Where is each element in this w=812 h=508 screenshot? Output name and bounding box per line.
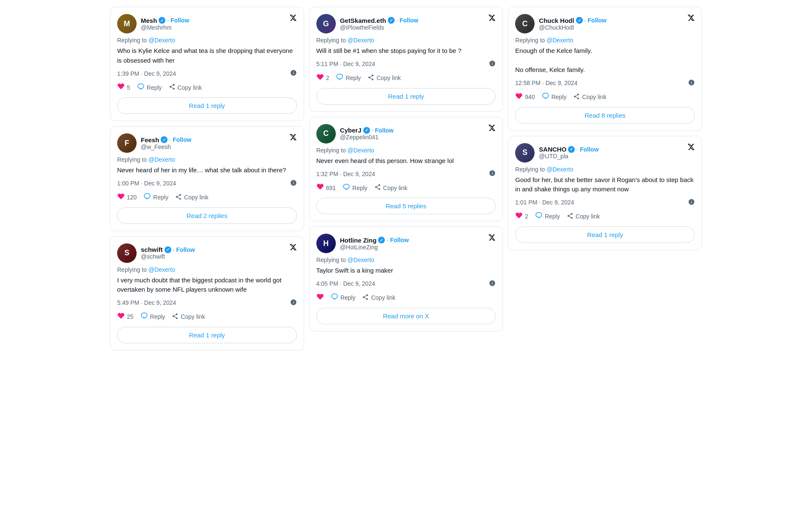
tweets-grid: MMesh✓·Follow@MeshrhmReplying to @Dexert…	[110, 7, 702, 351]
reply-button[interactable]: Reply	[535, 212, 560, 221]
info-icon[interactable]	[688, 79, 695, 87]
avatar[interactable]: C	[515, 14, 535, 33]
replying-to-handle[interactable]: @Dexerto	[348, 147, 374, 154]
reply-button[interactable]: Reply	[140, 312, 165, 321]
replying-to-handle[interactable]: @Dexerto	[546, 37, 573, 44]
avatar[interactable]: F	[117, 133, 137, 153]
x-icon[interactable]	[488, 14, 496, 24]
avatar[interactable]: G	[316, 14, 336, 33]
follow-button[interactable]: Follow	[173, 136, 191, 143]
read-replies-button[interactable]: Read 2 replies	[117, 207, 297, 224]
x-icon[interactable]	[289, 14, 297, 24]
x-icon[interactable]	[289, 243, 297, 253]
read-more-button[interactable]: Read more on X	[316, 308, 496, 324]
reply-button[interactable]: Reply	[336, 73, 361, 83]
info-icon[interactable]	[290, 69, 297, 77]
reply-button[interactable]: Reply	[542, 92, 567, 102]
tweet-header-left: GGetSkamed.eth✓·Follow@iPlowtheFields	[316, 14, 418, 33]
username[interactable]: Hotline Zing	[340, 237, 377, 244]
reply-button[interactable]: Reply	[331, 293, 356, 302]
username[interactable]: SANCHO	[539, 146, 566, 153]
avatar[interactable]: S	[515, 143, 535, 163]
replying-to: Replying to @Dexerto	[316, 257, 496, 263]
avatar[interactable]: H	[316, 234, 336, 253]
username[interactable]: Mesh	[141, 17, 157, 24]
username[interactable]: GetSkamed.eth	[340, 17, 386, 24]
like-button[interactable]: 5	[117, 83, 130, 92]
follow-button[interactable]: Follow	[170, 17, 189, 24]
tweet-actions: 2ReplyCopy link	[316, 73, 496, 83]
replying-to-handle[interactable]: @Dexerto	[546, 166, 573, 173]
follow-button[interactable]: Follow	[375, 127, 393, 134]
read-replies-button[interactable]: Read 1 reply	[515, 226, 695, 243]
copy-link-button[interactable]: Copy link	[368, 74, 401, 82]
info-icon[interactable]	[489, 170, 496, 178]
info-icon[interactable]	[290, 299, 297, 307]
avatar-letter: S	[117, 243, 137, 263]
tweet-actions: 25ReplyCopy link	[117, 312, 297, 322]
info-icon[interactable]	[290, 179, 297, 188]
follow-button[interactable]: Follow	[580, 146, 598, 153]
copy-link-button[interactable]: Copy link	[374, 184, 408, 192]
reply-button[interactable]: Reply	[343, 183, 368, 193]
avatar[interactable]: M	[117, 14, 137, 33]
reply-button[interactable]: Reply	[143, 193, 168, 202]
replying-to-handle[interactable]: @Dexerto	[148, 156, 175, 163]
read-replies-button[interactable]: Read 1 reply	[117, 97, 297, 114]
like-button[interactable]: 2	[316, 73, 329, 83]
avatar-letter: G	[316, 14, 336, 33]
tweet-text: Who is Kylie Kelce and what tea is she d…	[117, 46, 297, 65]
reply-button[interactable]: Reply	[137, 83, 162, 92]
follow-button[interactable]: Follow	[176, 246, 195, 253]
replying-to-handle[interactable]: @Dexerto	[148, 37, 175, 44]
like-button[interactable]: 120	[117, 193, 137, 202]
info-icon[interactable]	[489, 60, 496, 68]
x-icon[interactable]	[488, 124, 496, 134]
user-name-row: Chuck Hodl✓·Follow	[539, 17, 606, 24]
user-info: schwift✓·Follow@schwift	[141, 246, 195, 260]
copy-link-button[interactable]: Copy link	[573, 93, 606, 101]
copy-link-button[interactable]: Copy link	[175, 193, 208, 202]
copy-link-button[interactable]: Copy link	[169, 83, 202, 91]
tweet-card-tweet-cyberj: CCyberJ✓·Follow@Zeppelin041Replying to @…	[309, 117, 503, 222]
heart-icon	[316, 293, 324, 303]
like-button[interactable]	[316, 293, 324, 303]
username[interactable]: Feesh	[141, 136, 159, 144]
x-icon[interactable]	[488, 234, 496, 243]
tweet-meta: 12:58 PM · Dec 9, 2024	[515, 79, 695, 87]
replying-to: Replying to @Dexerto	[316, 37, 496, 44]
x-icon[interactable]	[289, 133, 297, 143]
read-replies-button[interactable]: Read 1 reply	[117, 327, 297, 343]
info-icon[interactable]	[489, 280, 496, 288]
username[interactable]: schwift	[141, 246, 163, 253]
follow-button[interactable]: Follow	[400, 17, 418, 24]
follow-button[interactable]: Follow	[588, 17, 606, 24]
avatar[interactable]: S	[117, 243, 137, 263]
replying-to-handle[interactable]: @Dexerto	[348, 37, 374, 44]
x-icon[interactable]	[687, 14, 695, 24]
info-icon[interactable]	[688, 199, 695, 207]
like-button[interactable]: 25	[117, 312, 134, 322]
replying-to-handle[interactable]: @Dexerto	[348, 257, 374, 263]
reply-icon	[336, 73, 343, 83]
like-button[interactable]: 2	[515, 212, 528, 221]
link-icon	[368, 74, 374, 82]
like-button[interactable]: 940	[515, 92, 535, 102]
like-button[interactable]: 691	[316, 183, 336, 193]
copy-link-button[interactable]: Copy link	[362, 294, 395, 302]
timestamp: 1:00 PM · Dec 9, 2024	[117, 180, 176, 187]
read-replies-button[interactable]: Read 8 replies	[515, 107, 695, 124]
replying-to-handle[interactable]: @Dexerto	[148, 266, 175, 273]
read-replies-button[interactable]: Read 1 reply	[316, 88, 496, 105]
follow-button[interactable]: Follow	[390, 237, 409, 243]
x-icon[interactable]	[687, 143, 695, 153]
copy-link-button[interactable]: Copy link	[567, 213, 600, 221]
avatar[interactable]: C	[316, 124, 336, 144]
read-replies-button[interactable]: Read 5 replies	[316, 198, 496, 214]
separator: ·	[396, 17, 398, 24]
user-handle: @w_Feesh	[141, 144, 192, 150]
copy-link-button[interactable]: Copy link	[172, 313, 205, 321]
copy-link-label: Copy link	[582, 94, 606, 100]
username[interactable]: Chuck Hodl	[539, 17, 574, 24]
username[interactable]: CyberJ	[340, 127, 362, 134]
